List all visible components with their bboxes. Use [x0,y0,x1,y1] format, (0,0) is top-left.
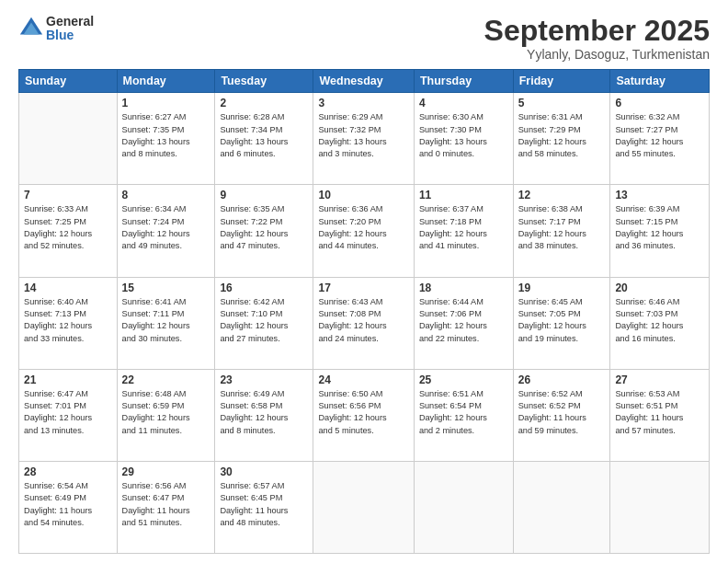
day-info: Sunrise: 6:40 AM Sunset: 7:13 PM Dayligh… [24,296,112,345]
day-number: 30 [220,465,308,478]
table-row: 14Sunrise: 6:40 AM Sunset: 7:13 PM Dayli… [19,277,118,369]
day-number: 29 [122,465,210,478]
table-row: 8Sunrise: 6:34 AM Sunset: 7:24 PM Daylig… [117,185,215,277]
day-number: 5 [518,97,606,109]
day-info: Sunrise: 6:50 AM Sunset: 6:56 PM Dayligh… [318,388,408,437]
page: General Blue September 2025 Yylanly, Das… [0,0,728,563]
day-number: 2 [220,97,308,109]
table-row: 28Sunrise: 6:54 AM Sunset: 6:49 PM Dayli… [19,461,118,553]
day-info: Sunrise: 6:33 AM Sunset: 7:25 PM Dayligh… [24,203,112,252]
col-friday: Friday [513,70,610,93]
day-number: 1 [122,97,210,109]
table-row: 22Sunrise: 6:48 AM Sunset: 6:59 PM Dayli… [117,369,215,461]
day-number: 4 [419,97,508,109]
table-row: 24Sunrise: 6:50 AM Sunset: 6:56 PM Dayli… [313,369,414,461]
day-info: Sunrise: 6:48 AM Sunset: 6:59 PM Dayligh… [122,388,210,437]
table-row: 3Sunrise: 6:29 AM Sunset: 7:32 PM Daylig… [313,93,414,185]
day-number: 10 [318,189,408,201]
table-row: 4Sunrise: 6:30 AM Sunset: 7:30 PM Daylig… [414,93,513,185]
col-tuesday: Tuesday [215,70,313,93]
day-number: 22 [122,373,210,386]
day-number: 11 [419,189,508,201]
day-info: Sunrise: 6:37 AM Sunset: 7:18 PM Dayligh… [419,203,508,252]
day-number: 19 [518,282,606,294]
day-info: Sunrise: 6:53 AM Sunset: 6:51 PM Dayligh… [615,388,704,437]
day-info: Sunrise: 6:45 AM Sunset: 7:05 PM Dayligh… [518,296,606,345]
col-monday: Monday [117,70,215,93]
day-info: Sunrise: 6:52 AM Sunset: 6:52 PM Dayligh… [518,388,606,437]
location: Yylanly, Dasoguz, Turkmenistan [484,47,710,62]
day-info: Sunrise: 6:28 AM Sunset: 7:34 PM Dayligh… [220,111,308,160]
day-info: Sunrise: 6:44 AM Sunset: 7:06 PM Dayligh… [419,296,508,345]
day-info: Sunrise: 6:35 AM Sunset: 7:22 PM Dayligh… [220,203,308,252]
table-row: 16Sunrise: 6:42 AM Sunset: 7:10 PM Dayli… [215,277,313,369]
table-row: 25Sunrise: 6:51 AM Sunset: 6:54 PM Dayli… [414,369,513,461]
day-info: Sunrise: 6:46 AM Sunset: 7:03 PM Dayligh… [615,296,704,345]
table-row: 26Sunrise: 6:52 AM Sunset: 6:52 PM Dayli… [513,369,610,461]
calendar-header-row: Sunday Monday Tuesday Wednesday Thursday… [19,70,710,93]
col-thursday: Thursday [414,70,513,93]
calendar-table: Sunday Monday Tuesday Wednesday Thursday… [18,69,710,554]
day-number: 14 [24,282,112,294]
table-row: 30Sunrise: 6:57 AM Sunset: 6:45 PM Dayli… [215,461,313,553]
day-info: Sunrise: 6:57 AM Sunset: 6:45 PM Dayligh… [220,480,308,529]
day-number: 8 [122,189,210,201]
day-info: Sunrise: 6:43 AM Sunset: 7:08 PM Dayligh… [318,296,408,345]
table-row: 23Sunrise: 6:49 AM Sunset: 6:58 PM Dayli… [215,369,313,461]
col-sunday: Sunday [19,70,118,93]
day-number: 6 [615,97,704,109]
day-info: Sunrise: 6:51 AM Sunset: 6:54 PM Dayligh… [419,388,508,437]
day-info: Sunrise: 6:38 AM Sunset: 7:17 PM Dayligh… [518,203,606,252]
table-row: 5Sunrise: 6:31 AM Sunset: 7:29 PM Daylig… [513,93,610,185]
day-info: Sunrise: 6:30 AM Sunset: 7:30 PM Dayligh… [419,111,508,160]
table-row: 21Sunrise: 6:47 AM Sunset: 7:01 PM Dayli… [19,369,118,461]
day-number: 12 [518,189,606,201]
day-number: 25 [419,373,508,386]
day-info: Sunrise: 6:49 AM Sunset: 6:58 PM Dayligh… [220,388,308,437]
table-row [313,461,414,553]
col-wednesday: Wednesday [313,70,414,93]
day-info: Sunrise: 6:29 AM Sunset: 7:32 PM Dayligh… [318,111,408,160]
day-number: 16 [220,282,308,294]
day-info: Sunrise: 6:42 AM Sunset: 7:10 PM Dayligh… [220,296,308,345]
day-info: Sunrise: 6:34 AM Sunset: 7:24 PM Dayligh… [122,203,210,252]
table-row [19,93,118,185]
table-row [414,461,513,553]
day-number: 15 [122,282,210,294]
table-row: 11Sunrise: 6:37 AM Sunset: 7:18 PM Dayli… [414,185,513,277]
table-row: 19Sunrise: 6:45 AM Sunset: 7:05 PM Dayli… [513,277,610,369]
table-row: 6Sunrise: 6:32 AM Sunset: 7:27 PM Daylig… [610,93,710,185]
day-number: 28 [24,465,112,478]
logo-icon [18,16,44,41]
day-number: 21 [24,373,112,386]
day-number: 7 [24,189,112,201]
table-row: 20Sunrise: 6:46 AM Sunset: 7:03 PM Dayli… [610,277,710,369]
day-info: Sunrise: 6:39 AM Sunset: 7:15 PM Dayligh… [615,203,704,252]
day-number: 27 [615,373,704,386]
table-row: 9Sunrise: 6:35 AM Sunset: 7:22 PM Daylig… [215,185,313,277]
day-info: Sunrise: 6:47 AM Sunset: 7:01 PM Dayligh… [24,388,112,437]
day-info: Sunrise: 6:32 AM Sunset: 7:27 PM Dayligh… [615,111,704,160]
table-row: 18Sunrise: 6:44 AM Sunset: 7:06 PM Dayli… [414,277,513,369]
table-row: 7Sunrise: 6:33 AM Sunset: 7:25 PM Daylig… [19,185,118,277]
table-row [513,461,610,553]
table-row [610,461,710,553]
header: General Blue September 2025 Yylanly, Das… [18,15,710,62]
day-info: Sunrise: 6:56 AM Sunset: 6:47 PM Dayligh… [122,480,210,529]
table-row: 27Sunrise: 6:53 AM Sunset: 6:51 PM Dayli… [610,369,710,461]
day-info: Sunrise: 6:36 AM Sunset: 7:20 PM Dayligh… [318,203,408,252]
col-saturday: Saturday [610,70,710,93]
table-row: 15Sunrise: 6:41 AM Sunset: 7:11 PM Dayli… [117,277,215,369]
table-row: 10Sunrise: 6:36 AM Sunset: 7:20 PM Dayli… [313,185,414,277]
table-row: 29Sunrise: 6:56 AM Sunset: 6:47 PM Dayli… [117,461,215,553]
logo: General Blue [18,15,94,43]
table-row: 2Sunrise: 6:28 AM Sunset: 7:34 PM Daylig… [215,93,313,185]
day-number: 17 [318,282,408,294]
table-row: 13Sunrise: 6:39 AM Sunset: 7:15 PM Dayli… [610,185,710,277]
logo-text: General Blue [46,15,94,43]
day-number: 24 [318,373,408,386]
day-info: Sunrise: 6:54 AM Sunset: 6:49 PM Dayligh… [24,480,112,529]
day-info: Sunrise: 6:41 AM Sunset: 7:11 PM Dayligh… [122,296,210,345]
day-number: 13 [615,189,704,201]
table-row: 12Sunrise: 6:38 AM Sunset: 7:17 PM Dayli… [513,185,610,277]
